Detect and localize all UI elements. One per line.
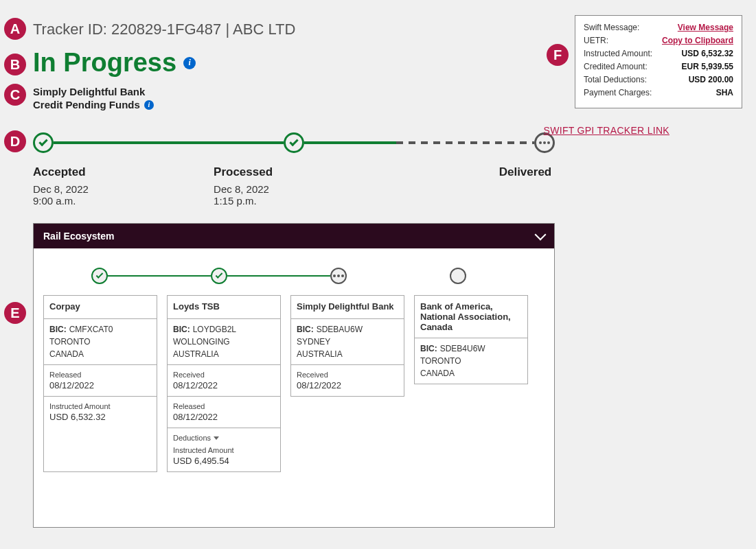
bank-name: Simply Delightful Bank xyxy=(33,86,555,97)
bic-value: CMFXCAT0 xyxy=(69,325,113,334)
step-accepted-label: Accepted xyxy=(33,165,207,179)
card-title: Loyds TSB xyxy=(168,296,280,319)
total-deductions-value: USD 200.00 xyxy=(689,75,733,84)
uetr-label: UETR: xyxy=(584,36,608,45)
swift-label: Swift Message: xyxy=(584,23,639,32)
received-value: 08/12/2022 xyxy=(173,380,275,390)
country: CANADA xyxy=(49,349,151,359)
received-value: 08/12/2022 xyxy=(297,380,398,390)
city: SYDNEY xyxy=(297,337,398,347)
card-title: Corpay xyxy=(44,296,157,319)
step-processed-label: Processed xyxy=(214,165,380,179)
info-box: Swift Message:View Message UETR:Copy to … xyxy=(575,15,742,108)
view-message-link[interactable]: View Message xyxy=(678,23,733,32)
rail-step-icon xyxy=(91,268,108,284)
payment-charges-value: SHA xyxy=(716,88,733,97)
bic-value: SDEBAU6W xyxy=(317,325,363,334)
badge-d: D xyxy=(4,130,26,152)
credited-amount-label: Credited Amount: xyxy=(584,62,648,71)
bic-label: BIC: xyxy=(420,344,437,353)
info-icon[interactable]: i xyxy=(183,57,196,69)
instructed-label: Instructed Amount xyxy=(49,402,151,410)
tracker-id: Tracker ID: 220829-1FG487 | ABC LTD xyxy=(33,21,555,38)
step-processed-date: Dec 8, 2022 xyxy=(214,183,380,195)
step-accepted-icon xyxy=(33,132,54,153)
deductions-label: Deductions xyxy=(173,434,211,442)
info-icon[interactable]: i xyxy=(144,100,154,110)
step-accepted-time: 9:00 a.m. xyxy=(33,195,207,207)
country: AUSTRALIA xyxy=(297,349,398,359)
step-processed-icon xyxy=(284,132,304,153)
instructed-value: USD 6,495.54 xyxy=(173,456,275,466)
card-title: Bank of America, National Association, C… xyxy=(415,296,527,338)
bic-value: SDEB4U6W xyxy=(440,344,485,353)
rail-header[interactable]: Rail Ecosystem xyxy=(34,224,554,248)
deductions-toggle[interactable]: Deductions xyxy=(173,434,275,442)
bic-label: BIC: xyxy=(49,325,67,334)
released-value: 08/12/2022 xyxy=(173,412,275,422)
rail-step-pending-icon xyxy=(330,268,347,284)
main-timeline: Accepted Dec 8, 2022 9:00 a.m. Processed… xyxy=(33,132,555,215)
rail-title: Rail Ecosystem xyxy=(43,231,115,242)
card-title: Simply Delightful Bank xyxy=(291,296,404,319)
badge-e: E xyxy=(4,302,26,324)
badge-a: A xyxy=(4,18,26,40)
status-title: In Progress i xyxy=(33,48,555,78)
rail-step-empty-icon xyxy=(450,268,466,284)
instructed-amount-value: USD 6,532.32 xyxy=(682,49,733,58)
card-corpay: Corpay BIC:CMFXCAT0 TORONTO CANADA Relea… xyxy=(43,295,157,472)
instructed-value: USD 6,532.32 xyxy=(49,412,151,422)
bic-label: BIC: xyxy=(297,325,314,334)
city: TORONTO xyxy=(49,337,151,347)
released-value: 08/12/2022 xyxy=(49,380,151,390)
received-label: Received xyxy=(173,371,275,379)
credited-amount-value: EUR 5,939.55 xyxy=(682,62,733,71)
credit-pending-text: Credit Pending Funds xyxy=(33,99,140,110)
card-boa: Bank of America, National Association, C… xyxy=(414,295,528,384)
step-accepted-date: Dec 8, 2022 xyxy=(33,183,207,195)
instructed-label: Instructed Amount xyxy=(173,446,275,454)
city: WOLLONGING xyxy=(173,337,275,347)
bic-label: BIC: xyxy=(173,325,190,334)
swift-gpi-link[interactable]: SWIFT GPI TRACKER LINK xyxy=(544,125,669,136)
payment-charges-label: Payment Charges: xyxy=(584,88,652,97)
status-text: In Progress xyxy=(33,48,176,78)
total-deductions-label: Total Deductions: xyxy=(584,75,647,84)
country: CANADA xyxy=(420,369,522,378)
chevron-down-icon xyxy=(214,436,219,440)
bic-value: LOYDGB2L xyxy=(193,325,236,334)
released-label: Released xyxy=(173,402,275,410)
chevron-down-icon xyxy=(535,229,547,241)
copy-clipboard-link[interactable]: Copy to Clipboard xyxy=(662,36,733,45)
credit-pending: Credit Pending Funds i xyxy=(33,99,555,110)
released-label: Released xyxy=(49,371,151,379)
card-sdb: Simply Delightful Bank BIC:SDEBAU6W SYDN… xyxy=(290,295,404,397)
badge-b: B xyxy=(4,54,26,75)
rail-step-icon xyxy=(211,268,227,284)
badge-c: C xyxy=(4,84,26,106)
instructed-amount-label: Instructed Amount: xyxy=(584,49,652,58)
rail-panel: Rail Ecosystem Corpay BIC:CMFXCAT0 T xyxy=(33,223,555,528)
card-loyds: Loyds TSB BIC:LOYDGB2L WOLLONGING AUSTRA… xyxy=(167,295,281,472)
step-delivered-label: Delivered xyxy=(380,165,551,179)
city: TORONTO xyxy=(420,356,522,366)
received-label: Received xyxy=(297,371,398,379)
step-processed-time: 1:15 p.m. xyxy=(214,195,380,207)
country: AUSTRALIA xyxy=(173,349,275,359)
